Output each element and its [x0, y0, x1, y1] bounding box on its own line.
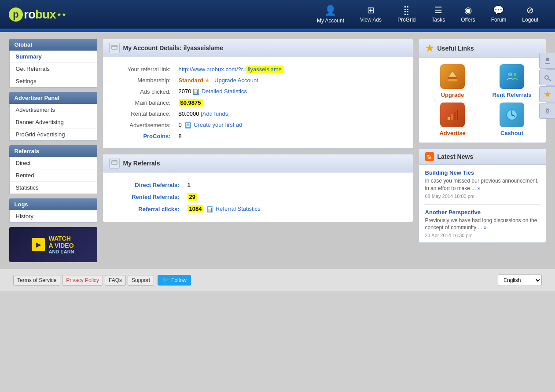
useful-links-grid: Upgrade Rent R	[419, 58, 546, 143]
progrid-label: ProGrid	[397, 17, 415, 23]
follow-button[interactable]: 🐦 Follow	[158, 275, 191, 286]
svg-rect-13	[454, 112, 456, 120]
view-ads-nav[interactable]: ⊞ View Ads	[352, 1, 390, 27]
logout-nav[interactable]: ⊘ Logout	[514, 1, 546, 27]
summary-link[interactable]: Summary	[10, 51, 97, 63]
statistics-link[interactable]: Statistics	[10, 182, 97, 194]
membership-value-cell: Standard ★ Upgrade Account	[175, 75, 403, 85]
referrals-panel-body: Direct Referrals: 1 Rented Referrals: 29	[103, 172, 413, 222]
progrid-nav[interactable]: ⣿ ProGrid	[390, 1, 423, 27]
news-panel-title: Latest News	[437, 153, 474, 160]
referral-clicks-label: Referral clicks:	[113, 203, 183, 215]
referrals-panel-title: My Referrals	[123, 160, 160, 167]
referral-clicks-row: Referral clicks: 1084 📊 Referral Statist…	[113, 203, 403, 215]
top-navigation: p robux ★★ 👤 My Account ⊞ View Ads ⣿ Pro…	[0, 0, 555, 29]
forum-nav[interactable]: 💬 Forum	[483, 1, 515, 27]
useful-links-panel: ★ Useful Links Upgrade	[419, 39, 546, 143]
news-more-link-1[interactable]: ... »	[471, 185, 480, 191]
site-logo[interactable]: p robux ★★	[9, 7, 66, 22]
create-ad-link[interactable]: Create your first ad	[194, 121, 243, 128]
cashout-link[interactable]: Cashout	[485, 103, 540, 136]
news-more-link-2[interactable]: ... »	[478, 224, 487, 231]
global-section-header: Global	[9, 39, 97, 51]
account-panel-header: My Account Details: ilyasseislame	[103, 39, 413, 57]
membership-star-icon: ★	[205, 77, 210, 84]
get-referrals-link[interactable]: Get Referrals	[10, 63, 97, 75]
right-side-icons: ★	[539, 53, 555, 119]
forum-label: Forum	[491, 17, 507, 23]
rss-icon	[425, 152, 434, 161]
upgrade-account-link[interactable]: Upgrade Account	[214, 77, 258, 84]
forum-icon: 💬	[493, 5, 504, 15]
news-title-2[interactable]: Another Perspective	[425, 209, 540, 216]
svg-point-9	[509, 73, 511, 76]
view-ads-label: View Ads	[360, 17, 382, 23]
membership-row: Membership: Standard ★ Upgrade Account	[113, 75, 403, 85]
video-banner[interactable]: ▶ WATCH A VIDEO AND EARN	[9, 227, 97, 262]
detailed-statistics-link[interactable]: Detailed Statistics	[202, 88, 247, 95]
right-column: ★ Useful Links Upgrade	[419, 39, 546, 262]
referral-statistics-link[interactable]: Referral Statistics	[216, 205, 261, 212]
account-panel-body: Your referral link: http://www.probux.co…	[103, 57, 413, 148]
svg-point-25	[545, 108, 550, 114]
video-line3: AND EARN	[48, 249, 74, 254]
privacy-link[interactable]: Privacy Policy	[62, 275, 103, 286]
side-gear-icon[interactable]	[539, 103, 555, 119]
news-title-1[interactable]: Building New Ties	[425, 169, 540, 176]
rented-referrals-value-cell: 29	[184, 191, 403, 202]
referral-url[interactable]: http://www.probux.com/?r=ilyasseislame	[179, 66, 283, 73]
svg-point-21	[546, 58, 549, 61]
tos-link[interactable]: Terms of Service	[13, 275, 60, 286]
referral-clicks-value: 1084	[187, 205, 204, 212]
footer: Terms of Service Privacy Policy FAQs Sup…	[0, 269, 555, 291]
ads-clicked-value: 2070	[179, 88, 191, 95]
my-account-nav[interactable]: 👤 My Account	[309, 1, 352, 27]
advertise-icon	[440, 103, 465, 127]
advertisements-link[interactable]: Advertisements	[10, 104, 97, 116]
offers-nav[interactable]: ◉ Offers	[453, 1, 483, 27]
direct-referrals-value-cell: 1	[184, 180, 403, 191]
logs-section: History	[9, 210, 97, 223]
direct-link[interactable]: Direct	[10, 157, 97, 169]
rent-referrals-link[interactable]: Rent Referrals	[485, 64, 540, 98]
advertisements-value-cell: 0 🖼 Create your first ad	[175, 120, 403, 130]
nav-items-list: 👤 My Account ⊞ View Ads ⣿ ProGrid ☰ Task…	[309, 1, 546, 27]
history-link[interactable]: History	[10, 210, 97, 222]
faqs-link[interactable]: FAQs	[105, 275, 126, 286]
cashout-label: Cashout	[500, 130, 523, 136]
referral-stats-icon: 📊	[207, 206, 213, 212]
svg-point-19	[511, 114, 513, 116]
support-link[interactable]: Support	[128, 275, 154, 286]
referral-link-row: Your referral link: http://www.probux.co…	[113, 64, 403, 74]
side-key-icon[interactable]	[539, 70, 555, 85]
useful-links-star-icon: ★	[425, 43, 434, 54]
procoins-label-cell: ProCoins:	[113, 131, 174, 141]
progrid-advertising-link[interactable]: ProGrid Advertising	[10, 128, 97, 140]
svg-rect-5	[448, 77, 457, 79]
news-panel-header: Latest News	[419, 149, 546, 165]
language-select[interactable]: English Spanish French German Portuguese	[498, 275, 542, 286]
rented-link[interactable]: Rented	[10, 169, 97, 182]
rental-balance-value: $0.0000	[179, 110, 199, 117]
side-account-icon[interactable]	[539, 53, 555, 69]
logout-label: Logout	[522, 17, 538, 23]
tasks-nav[interactable]: ☰ Tasks	[423, 1, 453, 27]
video-line1: WATCH	[48, 235, 74, 242]
progrid-icon: ⣿	[403, 5, 410, 15]
upgrade-link[interactable]: Upgrade	[425, 64, 480, 98]
ads-clicked-value-cell: 2070 📊 Detailed Statistics	[175, 86, 403, 97]
advertise-link[interactable]: Advertise	[425, 103, 480, 136]
direct-referrals-label: Direct Referrals:	[113, 180, 183, 191]
banner-advertising-link[interactable]: Banner Advertising	[10, 116, 97, 128]
advertisements-row: Advertisements: 0 🖼 Create your first ad	[113, 120, 403, 130]
svg-point-22	[545, 76, 548, 79]
side-star-icon[interactable]: ★	[539, 86, 555, 102]
settings-link[interactable]: Settings	[10, 75, 97, 87]
play-icon: ▶	[32, 238, 45, 251]
rented-referrals-row: Rented Referrals: 29	[113, 191, 403, 202]
rental-balance-row: Rental balance: $0.0000 [Add funds]	[113, 109, 403, 119]
account-info-table: Your referral link: http://www.probux.co…	[112, 63, 404, 142]
svg-rect-0	[112, 45, 117, 49]
main-balance-row: Main balance: $0.9875	[113, 98, 403, 108]
add-funds-link[interactable]: [Add funds]	[201, 110, 230, 117]
